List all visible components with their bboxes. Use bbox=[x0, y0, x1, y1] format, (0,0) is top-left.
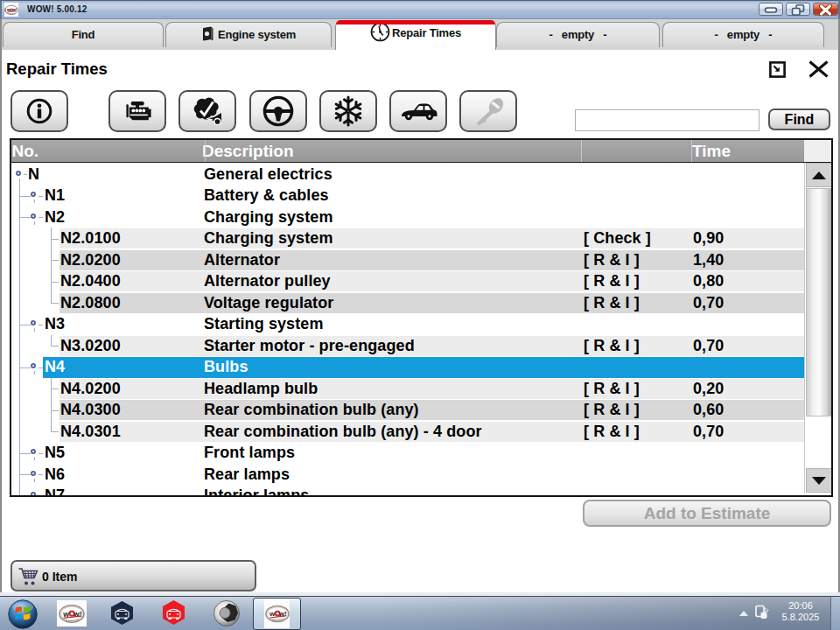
svg-text:w: w bbox=[62, 609, 69, 618]
